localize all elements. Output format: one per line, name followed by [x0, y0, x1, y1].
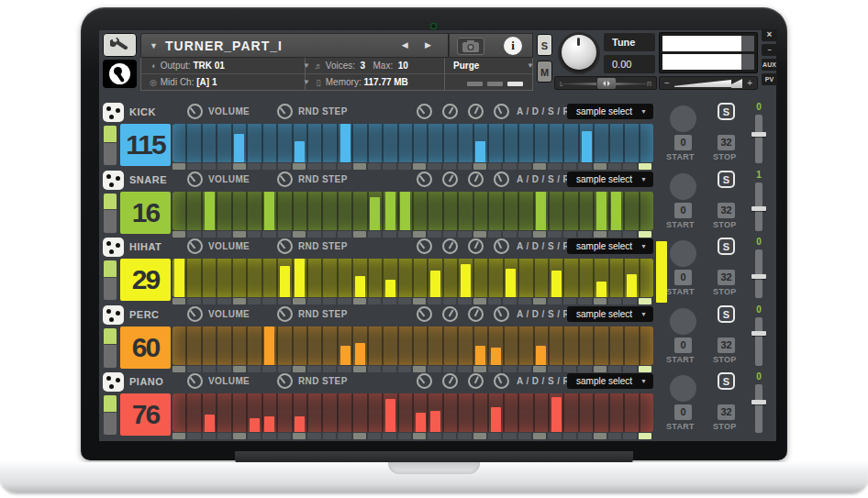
seq-step[interactable]: [263, 192, 278, 230]
attack-knob[interactable]: [417, 238, 432, 254]
sustain-knob[interactable]: [468, 104, 484, 119]
seq-step[interactable]: [278, 259, 293, 297]
seq-step[interactable]: [459, 259, 473, 297]
seq-step[interactable]: [519, 192, 534, 230]
seq-step[interactable]: [172, 192, 187, 230]
release-knob[interactable]: [494, 172, 509, 187]
stop-value[interactable]: 32: [718, 270, 735, 285]
rnd-step-knob[interactable]: [277, 238, 293, 254]
seq-step[interactable]: [595, 124, 609, 162]
seq-step[interactable]: [640, 259, 653, 297]
seq-step[interactable]: [353, 124, 368, 162]
track-fader[interactable]: [755, 317, 762, 366]
seq-step[interactable]: [399, 259, 414, 297]
decay-knob[interactable]: [442, 238, 458, 254]
seq-step[interactable]: [519, 326, 534, 365]
track-solo-button[interactable]: S: [718, 103, 735, 120]
seq-step[interactable]: [444, 326, 459, 365]
seq-step[interactable]: [384, 192, 398, 230]
decay-knob[interactable]: [442, 104, 458, 119]
seq-step[interactable]: [474, 326, 489, 365]
track-mini-fader[interactable]: [104, 260, 117, 300]
attack-knob[interactable]: [417, 306, 432, 322]
attack-knob[interactable]: [417, 172, 432, 187]
fader-handle[interactable]: [751, 206, 766, 211]
seq-step[interactable]: [339, 259, 353, 297]
seq-step[interactable]: [564, 326, 579, 365]
seq-step[interactable]: [474, 124, 489, 162]
seq-step[interactable]: [384, 326, 398, 365]
seq-step[interactable]: [233, 259, 248, 297]
seq-step[interactable]: [323, 393, 338, 432]
seq-step[interactable]: [625, 326, 640, 365]
seq-step[interactable]: [610, 393, 625, 432]
track-solo-button[interactable]: S: [718, 171, 735, 188]
seq-step[interactable]: [640, 192, 653, 230]
seq-step[interactable]: [474, 192, 489, 230]
seq-step[interactable]: [428, 326, 443, 365]
sample-select-dropdown[interactable]: sample select ▼: [567, 306, 653, 322]
seq-step[interactable]: [308, 259, 323, 297]
seq-step[interactable]: [369, 259, 384, 297]
seq-step[interactable]: [233, 124, 248, 162]
seq-step[interactable]: [550, 259, 564, 297]
seq-step[interactable]: [564, 192, 579, 230]
fader-handle[interactable]: [751, 331, 766, 336]
rnd-step-knob[interactable]: [277, 104, 293, 119]
start-knob[interactable]: [670, 240, 696, 267]
seq-step[interactable]: [203, 393, 217, 432]
seq-step[interactable]: [369, 326, 384, 365]
seq-step[interactable]: [323, 326, 338, 365]
seq-step[interactable]: [248, 393, 262, 432]
seq-step[interactable]: [172, 259, 187, 297]
seq-step[interactable]: [353, 326, 368, 365]
volume-plus[interactable]: +: [747, 78, 752, 88]
seq-step[interactable]: [414, 124, 428, 162]
pv-button[interactable]: PV: [762, 73, 777, 85]
seq-step[interactable]: [217, 192, 232, 230]
purge-menu[interactable]: Purge ▼: [453, 58, 479, 73]
seq-step[interactable]: [217, 326, 232, 365]
seq-step[interactable]: [459, 393, 473, 432]
output-select[interactable]: ◖ Output: TRK 01 ▼: [149, 58, 225, 73]
seq-step[interactable]: [444, 192, 459, 230]
seq-step[interactable]: [369, 393, 384, 432]
seq-step[interactable]: [489, 192, 504, 230]
seq-step[interactable]: [625, 192, 640, 230]
seq-step[interactable]: [323, 259, 338, 297]
decay-knob[interactable]: [442, 306, 458, 322]
seq-step[interactable]: [339, 192, 353, 230]
seq-step[interactable]: [580, 326, 595, 365]
track-fader[interactable]: [755, 249, 762, 298]
seq-step[interactable]: [489, 259, 504, 297]
seq-step[interactable]: [248, 192, 262, 230]
rnd-step-knob[interactable]: [277, 172, 293, 187]
start-value[interactable]: 0: [674, 135, 692, 150]
seq-step[interactable]: [428, 192, 443, 230]
snapshot-camera-button[interactable]: [457, 38, 484, 55]
seq-step[interactable]: [384, 259, 398, 297]
patch-prev-next-arrows[interactable]: ◀ ▶: [402, 40, 439, 50]
track-mini-fader[interactable]: [104, 126, 117, 165]
seq-step[interactable]: [535, 326, 550, 365]
seq-step[interactable]: [217, 393, 232, 432]
attack-knob[interactable]: [417, 104, 432, 119]
dice-randomize-icon[interactable]: [103, 305, 124, 325]
seq-step[interactable]: [187, 259, 202, 297]
seq-step[interactable]: [459, 192, 473, 230]
seq-step[interactable]: [294, 259, 308, 297]
mute-button-master[interactable]: M: [537, 61, 552, 83]
seq-step[interactable]: [233, 393, 248, 432]
seq-step[interactable]: [278, 192, 293, 230]
seq-step[interactable]: [248, 326, 262, 365]
volume-knob[interactable]: [187, 238, 203, 254]
midi-channel-select[interactable]: ◎ Midi Ch: [A] 1 ▼: [149, 74, 217, 90]
aux-button[interactable]: AUX: [762, 59, 777, 71]
seq-step[interactable]: [308, 393, 323, 432]
dice-randomize-icon[interactable]: [103, 103, 124, 122]
start-knob[interactable]: [670, 308, 696, 335]
seq-step[interactable]: [505, 393, 519, 432]
seq-step[interactable]: [535, 393, 550, 432]
volume-knob[interactable]: [187, 306, 203, 322]
seq-step[interactable]: [384, 393, 398, 432]
